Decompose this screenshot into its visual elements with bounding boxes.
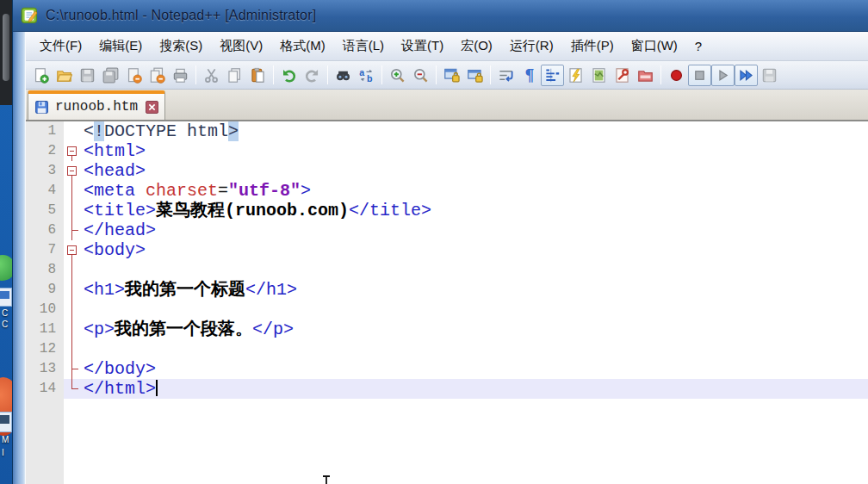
undo-icon <box>281 67 297 84</box>
shortcut-icon-top[interactable] <box>0 288 12 307</box>
menu-item-search[interactable]: 搜索(S) <box>151 34 211 58</box>
editor[interactable]: 1<!DOCTYPE html>2<html>3<head>4<meta cha… <box>26 121 868 484</box>
notepadpp-app-icon[interactable] <box>21 7 39 25</box>
zoom-out-icon <box>412 67 429 84</box>
sync-vertical-scroll-button[interactable] <box>440 65 463 86</box>
line-number: 4 <box>26 181 64 201</box>
zoom-in-button[interactable] <box>386 65 409 86</box>
code-segment: <meta <box>84 181 146 201</box>
code-text[interactable]: </body> <box>81 359 868 379</box>
code-text[interactable]: <head> <box>81 161 868 181</box>
new-file-button[interactable] <box>29 65 53 86</box>
code-segment: </head> <box>84 220 156 240</box>
close-all-icon <box>149 67 165 84</box>
fold-collapse-box[interactable] <box>64 141 81 161</box>
code-line: 7<body> <box>26 240 868 260</box>
menu-item-file[interactable]: 文件(F) <box>31 34 90 58</box>
line-number: 2 <box>26 141 64 161</box>
plugin-tools-button[interactable] <box>611 65 634 86</box>
tab-label: runoob.html <box>55 99 140 115</box>
macro-save-button[interactable] <box>758 65 781 86</box>
close-file-button[interactable] <box>122 65 146 86</box>
code-segment: DOCTYPE html <box>104 121 228 141</box>
document-monitor-button[interactable] <box>634 65 657 86</box>
print-button[interactable] <box>169 65 192 86</box>
paste-button[interactable] <box>246 65 270 86</box>
copy-button[interactable] <box>223 65 246 86</box>
fold-margin <box>64 121 81 141</box>
code-text[interactable]: <p>我的第一个段落。</p> <box>81 320 868 339</box>
line-number: 3 <box>26 161 64 181</box>
show-all-characters-button[interactable] <box>518 65 541 86</box>
code-segment: </html> <box>84 379 156 399</box>
macro-play-button[interactable] <box>711 65 735 86</box>
code-text[interactable]: <meta charset="utf-8"> <box>81 181 868 201</box>
menu-item-view[interactable]: 视图(V) <box>211 34 271 58</box>
code-segment: <h1> <box>84 280 125 300</box>
title-bar[interactable]: C:\runoob.html - Notepad++ [Administrato… <box>13 0 868 32</box>
word-wrap-button[interactable] <box>494 65 518 86</box>
copy-icon <box>226 67 243 84</box>
code-line: 3<head> <box>26 161 868 181</box>
fold-margin <box>64 220 81 240</box>
save-all-button[interactable] <box>99 65 122 86</box>
open-file-button[interactable] <box>53 65 76 86</box>
line-number: 10 <box>26 300 64 320</box>
code-segment: > <box>301 181 311 201</box>
code-line: 10 <box>26 300 868 320</box>
code-text[interactable]: <title>菜鸟教程(runoob.com)</title> <box>81 201 868 220</box>
cut-button[interactable] <box>200 65 223 86</box>
shortcut-icon-bottom[interactable] <box>0 412 12 432</box>
code-text[interactable] <box>81 339 868 359</box>
show-indent-guide-button[interactable] <box>541 65 564 86</box>
code-text[interactable]: <!DOCTYPE html> <box>81 121 868 141</box>
code-line: 2<html> <box>26 141 868 161</box>
tab-runoob-html[interactable]: runoob.html <box>28 90 165 120</box>
save-button[interactable] <box>76 65 99 86</box>
zoom-in-icon <box>389 67 406 84</box>
show-all-characters-icon <box>521 67 537 84</box>
code-text[interactable] <box>81 260 868 280</box>
line-number: 7 <box>26 240 64 260</box>
menu-item-format[interactable]: 格式(M) <box>271 34 334 58</box>
toolbar-separator <box>327 65 328 84</box>
redo-button[interactable] <box>301 65 324 86</box>
line-number: 8 <box>26 260 64 280</box>
code-text[interactable]: <h1>我的第一个标题</h1> <box>81 280 868 300</box>
menu-item-settings[interactable]: 设置(T) <box>393 34 452 58</box>
replace-button[interactable] <box>355 65 378 86</box>
close-all-button[interactable] <box>146 65 169 86</box>
macro-stop-button[interactable] <box>688 65 711 86</box>
code-text[interactable]: </html> <box>81 379 868 399</box>
menu-item-window[interactable]: 窗口(W) <box>623 34 686 58</box>
function-list-button[interactable] <box>564 65 587 86</box>
function-list-icon <box>567 67 584 84</box>
macro-stop-icon <box>691 67 708 84</box>
code-text[interactable] <box>81 300 868 320</box>
document-map-icon <box>591 67 607 84</box>
word-wrap-icon <box>498 67 514 84</box>
menu-item-edit[interactable]: 编辑(E) <box>90 34 151 58</box>
macro-run-multiple-button[interactable] <box>735 65 758 86</box>
sync-horizontal-scroll-button[interactable] <box>463 65 487 86</box>
code-text[interactable]: <html> <box>81 141 868 161</box>
undo-button[interactable] <box>277 65 301 86</box>
document-map-button[interactable] <box>587 65 611 86</box>
code-segment: <p> <box>84 320 115 339</box>
code-text[interactable]: </head> <box>81 220 868 240</box>
fold-collapse-box[interactable] <box>64 240 81 260</box>
menu-item-run[interactable]: 运行(R) <box>501 34 562 58</box>
code-text[interactable]: <body> <box>81 240 868 260</box>
zoom-out-button[interactable] <box>409 65 432 86</box>
menu-item-help[interactable]: ? <box>686 35 710 57</box>
fold-collapse-box[interactable] <box>64 161 81 181</box>
toolbar-separator <box>490 65 491 84</box>
fold-margin <box>64 260 81 280</box>
menu-item-macro[interactable]: 宏(O) <box>452 34 501 58</box>
menu-item-language[interactable]: 语言(L) <box>334 34 393 58</box>
menu-item-plugins[interactable]: 插件(P) <box>562 34 623 58</box>
desktop-icon-label: C <box>2 308 8 318</box>
tab-close-button[interactable] <box>146 101 158 114</box>
find-button[interactable] <box>332 65 355 86</box>
macro-record-button[interactable] <box>665 65 688 86</box>
